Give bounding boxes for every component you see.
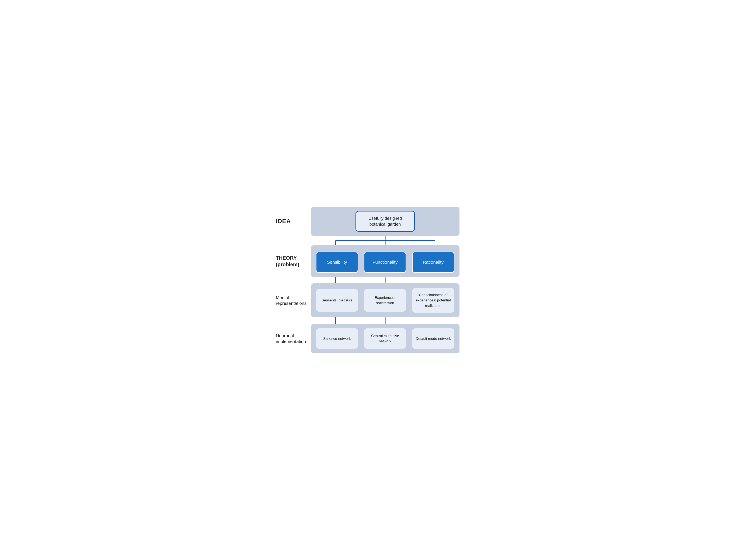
idea-label: IDEA	[273, 207, 311, 236]
neuronal-box-central: Central executivenetwork	[364, 328, 406, 349]
theory-box-functionality: Functionality	[364, 252, 406, 273]
theory-label: THEORY(problem)	[273, 245, 311, 277]
mental-to-neuronal-connector	[311, 317, 460, 324]
idea-row: IDEA Usefully designed botanical garden	[273, 207, 460, 236]
idea-box: Usefully designed botanical garden	[355, 211, 415, 232]
mental-box-consciousness: Consciousness of experiences: potential …	[412, 288, 455, 313]
theory-box-rationality: Rationality	[412, 252, 455, 273]
neuronal-row: Neuronalimplementation Salience network …	[273, 324, 460, 353]
neuronal-box-default: Default mode network	[412, 328, 455, 349]
neuronal-label: Neuronalimplementation	[273, 324, 311, 353]
theory-row: THEORY(problem) Sensibility Functionalit…	[273, 245, 460, 277]
mental-box-experiences: Experiences:satisfaction	[364, 289, 406, 312]
mental-label: Mentalrepresentations	[273, 283, 311, 318]
idea-to-theory-connector	[311, 236, 460, 245]
neuronal-content: Salience network Central executivenetwor…	[311, 324, 460, 353]
mental-box-sensepts: Sensepts: pleasure	[316, 289, 358, 312]
theory-content: Sensibility Functionality Rationality	[311, 245, 460, 277]
mental-row: Mentalrepresentations Sensepts: pleasure…	[273, 283, 460, 318]
mental-content: Sensepts: pleasure Experiences:satisfact…	[311, 283, 460, 318]
theory-box-sensibility: Sensibility	[316, 252, 358, 273]
idea-content: Usefully designed botanical garden	[311, 207, 460, 236]
neuronal-box-salience: Salience network	[316, 328, 358, 349]
diagram-wrapper: IDEA Usefully designed botanical garden …	[270, 204, 462, 356]
theory-to-mental-connector	[311, 277, 460, 283]
